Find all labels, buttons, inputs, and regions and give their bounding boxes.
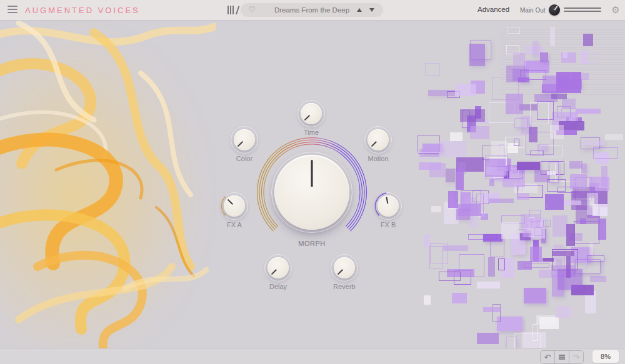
main-panel: Time Color Motion FX A FX B Delay Reverb [0,20,625,348]
voxel [489,179,495,186]
advanced-panel-button[interactable]: Advanced [478,6,509,13]
voxel [450,132,462,141]
fx-b-knob[interactable]: FX B [371,195,405,229]
voxel [574,221,599,245]
output-level-meter[interactable] [564,7,601,13]
voxel [431,206,442,213]
voxel [458,162,466,174]
favorite-heart-icon[interactable] [248,5,258,15]
fx-a-knob-label: FX A [218,221,251,229]
reverb-knob-label: Reverb [328,283,361,290]
voxel [419,162,441,170]
main-out-label: Main Out [520,7,546,14]
voxel [534,227,543,236]
voxel [514,139,520,146]
voxel [458,204,481,216]
voxel [583,34,593,46]
undo-button[interactable] [541,351,554,363]
voxel [530,150,544,155]
voxel [459,254,484,277]
voxel [551,94,567,100]
time-knob-label: Time [294,129,328,136]
voxel [556,306,571,318]
voxel [530,102,549,124]
preset-selector[interactable]: Dreams From the Deep [241,3,383,17]
voxel [566,224,576,247]
voxel [481,214,488,220]
cpu-meter[interactable]: 8% [592,350,619,363]
voxel [570,174,588,189]
preset-previous-arrow[interactable] [357,8,362,12]
main-out-knob[interactable] [549,4,560,16]
preset-browser-icon[interactable] [228,6,240,14]
main-menu-icon[interactable] [8,6,18,14]
gear-icon[interactable] [610,4,621,16]
voxel [530,247,542,262]
voxel [460,109,486,121]
voxel [491,141,507,155]
voxel [448,191,458,208]
time-knob[interactable]: Time [294,103,328,136]
voxel [470,40,491,60]
history-controls [540,350,584,364]
voxel [529,217,534,237]
morph-knob-label: MORPH [274,240,349,247]
preset-next-arrow[interactable] [369,8,374,12]
voxel [580,219,586,225]
redo-button[interactable] [569,351,583,363]
voxel [605,134,623,140]
voxel [587,193,598,215]
voxel [550,125,564,139]
voxel [477,282,500,288]
voxel [593,147,618,159]
voxel [424,295,431,305]
bottom-status-bar: 8% [0,348,625,364]
top-toolbar: AUGMENTED VOICES Dreams From the Deep Ad… [0,0,625,20]
voxel [486,167,508,176]
voxel [518,261,532,270]
voxel [514,118,528,128]
motion-knob-label: Motion [361,155,395,162]
voxel [512,69,529,81]
voxel [452,293,467,303]
voxel [590,276,606,282]
history-list-button[interactable] [554,351,569,363]
voxel [439,141,466,157]
voxel [446,169,455,182]
fx-b-knob-label: FX B [371,221,405,229]
voxel [547,179,566,192]
voxel [524,288,546,303]
voxel [470,126,490,139]
voxel [552,164,559,176]
voxel [576,109,600,113]
color-knob[interactable]: Color [228,129,261,162]
voxel [506,94,524,114]
fx-a-knob[interactable]: FX A [218,195,251,229]
voxel [543,220,551,227]
voxel [557,106,571,117]
color-knob-label: Color [228,155,261,162]
voxel [601,166,608,187]
voxel [472,190,481,202]
voxel [489,199,514,203]
voxel [532,324,538,342]
voxel [562,52,568,58]
voxel [569,161,582,169]
voxel [517,193,529,200]
reverb-knob[interactable]: Reverb [328,257,361,290]
voxel [418,135,440,154]
voxel [532,41,538,57]
voxel [536,315,555,325]
delay-knob[interactable]: Delay [261,257,295,290]
left-artwork-yellow-face [0,20,216,348]
voxel [556,72,582,94]
redo-icon [573,352,580,363]
voxel [424,234,430,247]
voxel [562,200,581,205]
voxel [581,53,597,64]
motion-knob[interactable]: Motion [361,129,395,162]
morph-knob[interactable]: MORPH [274,155,349,247]
voxel [488,257,495,277]
voxel [497,317,522,331]
voxel [439,272,461,282]
